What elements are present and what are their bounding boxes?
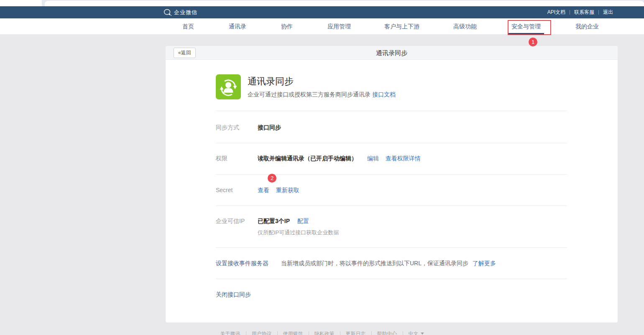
- close-api-sync-link[interactable]: 关闭接口同步: [216, 291, 251, 299]
- sync-method-label: 同步方式: [216, 124, 239, 132]
- callback-server-link[interactable]: 设置接收事件服务器: [216, 260, 268, 267]
- card-header: «返回 通讯录同步: [166, 46, 618, 60]
- topbar-links: API文档 联系客服 退出: [543, 6, 617, 18]
- annotation-step-1-badge: 1: [529, 38, 537, 46]
- brand: 企业微信: [164, 6, 197, 18]
- secret-refresh-link[interactable]: 重新获取: [276, 187, 299, 193]
- divider: [216, 143, 567, 143]
- callback-server-desc: 当新增成员或部门时，将以事件的形式推送到以下URL，保证通讯录同步 了解更多: [281, 260, 496, 267]
- permission-label: 权限: [216, 155, 227, 162]
- tab-collaboration[interactable]: 协作: [278, 18, 296, 35]
- tab-contacts[interactable]: 通讯录: [225, 18, 250, 35]
- footer-link-about[interactable]: 关于腾讯: [220, 331, 240, 335]
- app-description: 企业可通过接口或授权第三方服务商同步通讯录 接口文档: [248, 91, 396, 99]
- tab-advanced[interactable]: 高级功能: [450, 18, 480, 35]
- trusted-ip-value-row: 已配置3个IP 配置: [258, 218, 309, 225]
- footer-language-selector[interactable]: 中文: [409, 331, 419, 335]
- logout-link[interactable]: 退出: [599, 9, 617, 16]
- footer-separator: [309, 331, 309, 335]
- secret-view-link[interactable]: 查看: [258, 187, 269, 193]
- app-title: 通讯录同步: [248, 75, 294, 88]
- app-description-text: 企业可通过接口或授权第三方服务商同步通讯录: [248, 91, 371, 98]
- footer: 关于腾讯用户协议使用规范隐私政策更新日志帮助中心中文: [0, 330, 644, 335]
- callback-desc-text: 当新增成员或部门时，将以事件的形式推送到以下URL，保证通讯录同步: [281, 260, 468, 266]
- permission-value: 读取并编辑通讯录（已开启手动编辑）: [258, 155, 357, 162]
- footer-link-agreement[interactable]: 用户协议: [252, 331, 272, 335]
- divider: [216, 279, 567, 279]
- trusted-ip-note: 仅所配IP可通过接口获取企业数据: [258, 229, 339, 236]
- footer-link-privacy[interactable]: 隐私政策: [314, 331, 335, 335]
- api-docs-link[interactable]: API文档: [543, 9, 570, 16]
- footer-link-changelog[interactable]: 更新日志: [346, 331, 366, 335]
- callback-server-row: 设置接收事件服务器 当新增成员或部门时，将以事件的形式推送到以下URL，保证通讯…: [216, 260, 496, 267]
- browser-tab[interactable]: [0, 0, 42, 6]
- tab-security-management[interactable]: 安全与管理: [508, 18, 544, 35]
- language-caret-icon: [421, 332, 424, 335]
- permission-detail-link[interactable]: 查看权限详情: [386, 155, 421, 162]
- learn-more-link[interactable]: 了解更多: [473, 260, 496, 266]
- divider: [216, 247, 567, 248]
- tab-customers[interactable]: 客户与上下游: [381, 18, 423, 35]
- secret-value-row: 查看 重新获取: [258, 187, 299, 194]
- sync-method-value: 接口同步: [258, 124, 281, 132]
- annotation-step-2-badge: 2: [268, 174, 276, 183]
- contact-sync-card: «返回 通讯录同步 通讯录同步 企业可通过接口或授权第三方服务商同步通讯录 接口…: [166, 46, 618, 322]
- trusted-ip-value: 已配置3个IP: [258, 218, 290, 224]
- divider: [216, 174, 567, 175]
- permission-value-row: 读取并编辑通讯录（已开启手动编辑） 编辑 查看权限详情: [258, 155, 421, 162]
- trusted-ip-config-link[interactable]: 配置: [297, 218, 309, 224]
- api-doc-link[interactable]: 接口文档: [372, 91, 396, 98]
- tab-app-management[interactable]: 应用管理: [324, 18, 354, 35]
- footer-link-help[interactable]: 帮助中心: [377, 331, 397, 335]
- topbar: 企业微信 API文档 联系客服 退出: [0, 6, 644, 18]
- divider: [216, 111, 567, 111]
- contact-sync-app-icon: [216, 74, 241, 99]
- divider: [216, 206, 567, 206]
- secret-label: Secret: [216, 187, 233, 193]
- footer-separator: [246, 331, 246, 335]
- footer-separator: [371, 331, 372, 335]
- footer-separator: [340, 331, 340, 335]
- wechat-work-logo-icon: [164, 9, 172, 16]
- main-navigation: 首页 通讯录 协作 应用管理 客户与上下游 高级功能 安全与管理 我的企业: [0, 18, 644, 35]
- back-button[interactable]: «返回: [174, 48, 196, 58]
- page-title: 通讯录同步: [166, 46, 618, 60]
- contact-support-link[interactable]: 联系客服: [570, 9, 598, 16]
- brand-name: 企业微信: [174, 9, 197, 16]
- browser-chrome-strip: [0, 0, 644, 6]
- browser-address-bar[interactable]: [45, 1, 644, 6]
- trusted-ip-label: 企业可信IP: [216, 218, 245, 225]
- footer-link-rules[interactable]: 使用规范: [283, 331, 303, 335]
- tab-my-company[interactable]: 我的企业: [572, 18, 602, 35]
- tab-home[interactable]: 首页: [179, 18, 197, 35]
- permission-edit-link[interactable]: 编辑: [367, 155, 379, 162]
- footer-separator: [277, 331, 278, 335]
- footer-separator: [403, 331, 403, 335]
